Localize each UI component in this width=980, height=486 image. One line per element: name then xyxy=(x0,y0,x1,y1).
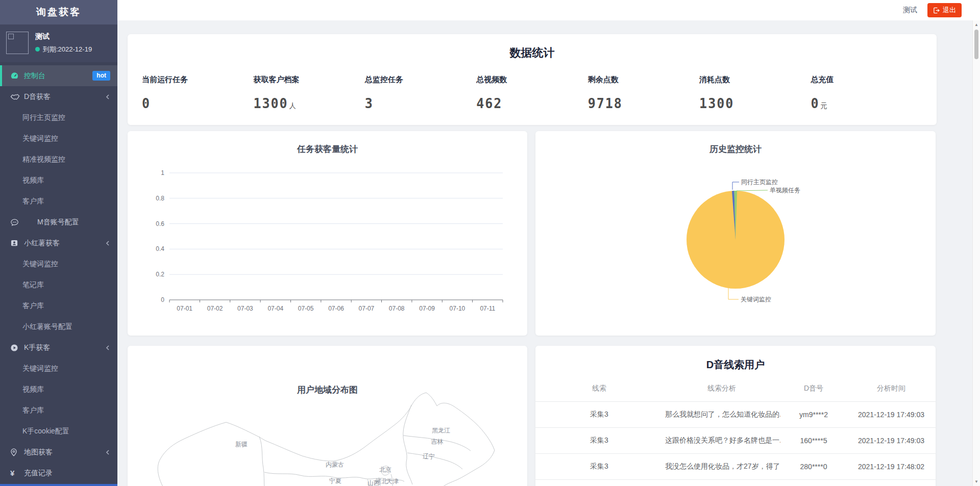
topbar-username[interactable]: 测试 xyxy=(903,6,917,15)
scrollbar-thumb[interactable] xyxy=(974,30,978,59)
sidebar-item-peer-homepage-monitor[interactable]: 同行主页监控 xyxy=(0,107,117,128)
table-row: 采集3 怎么查出来是化妆品导致的呢 hua****0 2021-12-19 17… xyxy=(535,480,936,486)
svg-text:同行主页监控: 同行主页监控 xyxy=(741,178,778,186)
sidebar-item-ks-cookie-config[interactable]: K手cookie配置 xyxy=(0,421,117,442)
sidebar-item-video-library-dy[interactable]: 视频库 xyxy=(0,170,117,191)
stat-running-tasks: 当前运行任务 0 xyxy=(142,75,253,111)
expire-label: 到期:2022-12-19 xyxy=(43,45,92,54)
sidebar-item-xhs-account-config[interactable]: 小红薯账号配置 xyxy=(0,316,117,337)
sidebar-group-xiaohongshu[interactable]: 小红薯获客 xyxy=(0,233,117,253)
cell-time: 2021-12-19 17:49:03 xyxy=(847,402,936,428)
yen-icon: ¥ xyxy=(10,469,20,477)
scroll-down-arrow[interactable]: ▼ xyxy=(973,479,980,484)
svg-text:07-01: 07-01 xyxy=(177,305,192,312)
stat-customer-profiles: 获取客户档案 1300人 xyxy=(253,75,364,111)
sidebar-item-customer-library-dy[interactable]: 客户库 xyxy=(0,191,117,212)
pie-chart: 同行主页监控 单视频任务 关键词监控 xyxy=(535,131,936,336)
play-circle-icon xyxy=(10,344,20,352)
comment-icon xyxy=(10,218,20,226)
sidebar-item-keyword-monitor-dy[interactable]: 关键词监控 xyxy=(0,128,117,149)
sidebar-item-customer-library-ks[interactable]: 客户库 xyxy=(0,400,117,421)
stat-consumed-points: 消耗点数 1300 xyxy=(699,75,811,111)
task-acquisition-chart-card: 任务获客量统计 xyxy=(128,131,527,336)
region-distribution-card: 新疆 黑龙江 吉林 辽宁 内蒙古 北京 天津 宁夏 山西 河北 用户地域分布图 xyxy=(128,346,527,486)
dashboard-icon xyxy=(10,71,20,80)
cell-time: 2021-12-19 17:49:03 xyxy=(847,428,936,454)
cell-analysis: 那么我就想问了，怎么知道化妆品的... xyxy=(663,402,780,428)
map-chart-title: 用户地域分布图 xyxy=(128,384,527,396)
stat-total-recharge: 总充值 0元 xyxy=(811,75,922,111)
sidebar-item-label: 控制台 xyxy=(24,71,45,81)
sidebar-item-keyword-monitor-ks[interactable]: 关键词监控 xyxy=(0,358,117,379)
svg-text:宁夏: 宁夏 xyxy=(329,477,341,484)
sidebar-item-precise-video-monitor[interactable]: 精准视频监控 xyxy=(0,149,117,170)
stat-value: 3 xyxy=(365,95,476,111)
sidebar-group-douyin[interactable]: D音获客 xyxy=(0,86,117,107)
cell-analysis: 怎么查出来是化妆品导致的呢 xyxy=(663,480,780,486)
sidebar-group-kuaishou[interactable]: K手获客 xyxy=(0,337,117,358)
app-root: 询盘获客 测试 到期:2022-12-19 控制台 hot xyxy=(0,0,980,486)
stat-value: 0 xyxy=(142,95,253,111)
svg-text:0.8: 0.8 xyxy=(156,195,164,202)
sidebar-item-label: K手cookie配置 xyxy=(22,427,69,436)
sidebar-item-label: 客户库 xyxy=(22,301,44,311)
stat-value: 1300 xyxy=(699,95,811,111)
stat-total-monitor-tasks: 总监控任务 3 xyxy=(365,75,476,111)
sidebar-item-video-library-ks[interactable]: 视频库 xyxy=(0,379,117,400)
sidebar-item-label: M音账号配置 xyxy=(37,218,79,227)
stat-value: 9718 xyxy=(588,95,699,111)
svg-text:天津: 天津 xyxy=(386,478,399,485)
sidebar-item-customer-library-xhs[interactable]: 客户库 xyxy=(0,295,117,316)
col-header-analysis: 线索分析 xyxy=(663,379,780,402)
stats-card: 数据统计 当前运行任务 0 获取客户档案 1300人 总监控任务 3 xyxy=(128,34,937,125)
content-area: 数据统计 当前运行任务 0 获取客户档案 1300人 总监控任务 3 xyxy=(117,20,980,486)
svg-text:单视频任务: 单视频任务 xyxy=(770,187,800,194)
cell-lead: 采集3 xyxy=(535,480,663,486)
table-row: 采集3 那么我就想问了，怎么知道化妆品的... ym9****2 2021-12… xyxy=(535,402,936,428)
leads-table: 线索 线索分析 D音号 分析时间 采集3 那么我就想问了，怎么知道化妆品的...… xyxy=(535,379,936,486)
sidebar-item-label: K手获客 xyxy=(24,343,50,352)
svg-text:辽宁: 辽宁 xyxy=(423,453,435,460)
col-header-time: 分析时间 xyxy=(847,379,936,402)
logout-icon xyxy=(933,7,940,14)
logout-button[interactable]: 退出 xyxy=(927,3,962,17)
table-row: 采集3 这跟价格没关系吧？好多名牌也是一... 160****5 2021-12… xyxy=(535,428,936,454)
sidebar-item-myin-account-config[interactable]: M音账号配置 xyxy=(0,212,117,233)
cell-lead: 采集3 xyxy=(535,402,663,428)
contact-card-icon xyxy=(10,239,20,247)
stat-remaining-points: 剩余点数 9718 xyxy=(588,75,699,111)
sidebar-item-keyword-monitor-xhs[interactable]: 关键词监控 xyxy=(0,253,117,274)
sidebar-item-note-library[interactable]: 笔记库 xyxy=(0,274,117,295)
stat-label: 总监控任务 xyxy=(365,75,476,85)
sidebar-item-label: 关键词监控 xyxy=(22,134,58,143)
svg-text:关键词监控: 关键词监控 xyxy=(741,296,771,303)
sidebar-menu: 控制台 hot D音获客 同行主页监控 关键词监控 精准视频监控 视频库 客户库… xyxy=(0,62,117,483)
table-row: 采集3 我没怎么使用化妆品，才27岁，得了... 280****0 2021-1… xyxy=(535,454,936,480)
stat-value: 1300人 xyxy=(253,95,364,111)
stat-label: 当前运行任务 xyxy=(142,75,253,85)
sidebar-group-map[interactable]: 地图获客 xyxy=(0,442,117,463)
user-name: 测试 xyxy=(35,32,92,41)
sidebar-item-label: 关键词监控 xyxy=(22,364,58,373)
sidebar-item-label: 小红薯获客 xyxy=(24,239,60,248)
cell-dyid: 160****5 xyxy=(780,428,847,454)
sidebar-item-label: 地图获客 xyxy=(24,448,53,457)
cell-dyid: ym9****2 xyxy=(780,402,847,428)
scroll-up-arrow[interactable]: ▲ xyxy=(973,22,980,27)
sidebar-item-label: 客户库 xyxy=(22,197,44,206)
vertical-scrollbar[interactable]: ▲ ▼ xyxy=(972,20,980,486)
cell-analysis: 我没怎么使用化妆品，才27岁，得了... xyxy=(663,454,780,480)
sidebar-item-recharge-records[interactable]: ¥ 充值记录 xyxy=(0,463,117,483)
svg-text:07-10: 07-10 xyxy=(450,305,465,312)
stat-value: 0元 xyxy=(811,95,922,111)
svg-text:07-05: 07-05 xyxy=(298,305,314,312)
sidebar-item-dashboard[interactable]: 控制台 hot xyxy=(0,65,117,86)
stat-total-videos: 总视频数 462 xyxy=(476,75,587,111)
chevron-left-icon xyxy=(105,94,110,100)
svg-text:07-04: 07-04 xyxy=(267,305,283,312)
sidebar-item-label: D音获客 xyxy=(24,92,51,101)
sidebar-item-label: 充值记录 xyxy=(24,469,53,478)
chevron-left-icon xyxy=(105,449,110,455)
svg-text:河北: 河北 xyxy=(375,478,387,485)
col-header-dyid: D音号 xyxy=(780,379,847,402)
